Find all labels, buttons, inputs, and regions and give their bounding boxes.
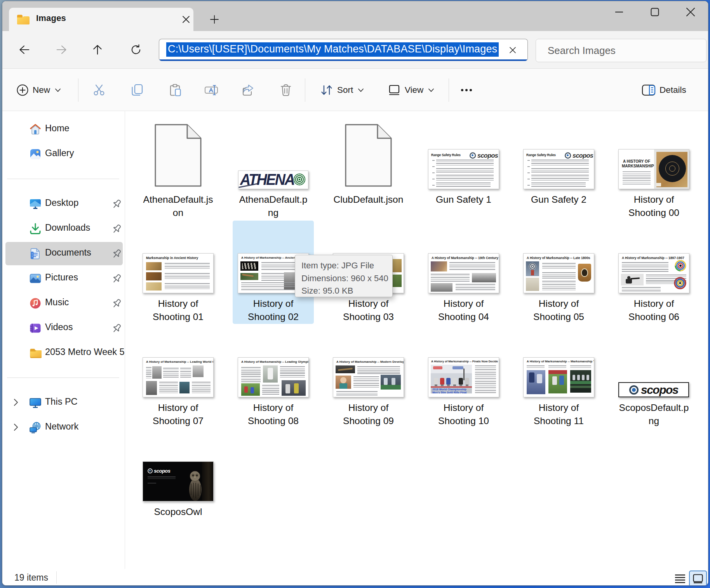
- search-input[interactable]: Search Images: [536, 39, 707, 62]
- file-thumbnail: A History of Marksmanship -- 19th Centur…: [428, 253, 499, 293]
- medal-rings: [674, 277, 686, 289]
- file-name-label: History ofShooting 03: [321, 297, 416, 323]
- file-name-label: History ofShooting 00: [606, 193, 701, 219]
- title-bar: Images: [2, 1, 708, 31]
- sidebar-item-label: Videos: [45, 322, 73, 332]
- file-name-label: Gun Safety 1: [416, 193, 511, 206]
- sidebar-item-desktop[interactable]: Desktop: [2, 191, 125, 216]
- pictures-icon: [29, 272, 42, 285]
- videos-icon: [29, 322, 42, 334]
- file-tile[interactable]: ATHENAAthenaDefault.png: [233, 117, 314, 220]
- file-name-label: History ofShooting 10: [416, 401, 511, 427]
- sidebar-item-gallery[interactable]: Gallery: [2, 142, 125, 167]
- tab-images[interactable]: Images: [9, 8, 193, 31]
- forward-button[interactable]: [52, 40, 71, 59]
- file-thumbnail: A HISTORY OF MARKSMANSHIP: [618, 149, 689, 189]
- sidebar: HomeGalleryDesktopDownloadsDocumentsPict…: [2, 111, 125, 569]
- delete-button[interactable]: [275, 79, 297, 101]
- file-tile[interactable]: Range Safety RulesscoposGun Safety 1: [423, 117, 504, 220]
- folder-icon: [17, 14, 30, 25]
- thumbnail-slide-title: Range Safety Rules: [526, 153, 556, 157]
- close-button[interactable]: [678, 3, 703, 21]
- file-name-label: History ofShooting 06: [606, 297, 701, 323]
- file-tile[interactable]: A History of Marksmanship -- Marksmanshi…: [518, 325, 599, 428]
- paste-button[interactable]: [164, 79, 186, 101]
- sidebar-divider[interactable]: [125, 111, 125, 570]
- tab-close-icon[interactable]: [178, 11, 195, 28]
- home-icon: [29, 123, 42, 136]
- up-button[interactable]: [88, 40, 107, 59]
- large-thumbnails-view-button[interactable]: [689, 571, 707, 586]
- file-name-label: History ofShooting 11: [511, 401, 606, 427]
- search-placeholder: Search Images: [548, 45, 616, 57]
- cut-icon: [93, 84, 106, 97]
- file-tile[interactable]: AthenaDefault.json: [137, 117, 219, 220]
- file-tile[interactable]: scoposScoposDefault.png: [613, 325, 694, 428]
- address-text: C:\Users\[USER]\Documents\My Matches\DAT…: [166, 42, 499, 57]
- file-tile[interactable]: A History of Marksmanship -- Modern Deve…: [328, 325, 409, 428]
- sidebar-item-label: This PC: [45, 397, 78, 407]
- sidebar-item-label: Pictures: [45, 272, 78, 283]
- file-name-label: ClubDefault.json: [321, 193, 416, 206]
- file-tile[interactable]: Range Safety RulesscoposGun Safety 2: [518, 117, 599, 220]
- tooltip: Item type: JPG FileDimensions: 960 x 540…: [295, 255, 393, 297]
- file-tile[interactable]: scoposScoposOwl: [137, 429, 219, 532]
- more-options-button[interactable]: [456, 79, 477, 101]
- file-tile[interactable]: A HISTORY OF MARKSMANSHIPHistory ofShoot…: [613, 117, 694, 220]
- scopos-logo: scopos: [148, 468, 171, 474]
- file-tile[interactable]: A History of Marksmanship -- 19th Centur…: [423, 221, 504, 324]
- chevron-down-icon: [357, 86, 365, 94]
- file-tile[interactable]: A History of Marksmanship -- Leading Wor…: [137, 325, 219, 428]
- scopos-logo: scopos: [470, 152, 498, 159]
- owl-photo: [186, 470, 203, 500]
- details-panel-icon: [642, 84, 656, 96]
- chevron-right-icon[interactable]: [12, 423, 19, 433]
- file-tile[interactable]: A History of Marksmanship -- Late 1800sH…: [518, 221, 599, 324]
- sidebar-item-music[interactable]: Music: [2, 291, 125, 316]
- sidebar-item-pictures[interactable]: Pictures: [2, 266, 125, 291]
- details-view-button[interactable]: [672, 571, 688, 586]
- details-pane-button[interactable]: Details: [639, 79, 689, 101]
- thumbnail-slide-title: A History of Marksmanship -- Marksmanshi…: [527, 360, 594, 363]
- sidebar-item-label: Music: [45, 297, 69, 308]
- pin-icon: [112, 248, 122, 261]
- new-button[interactable]: New: [14, 79, 64, 101]
- sidebar-item-this-pc[interactable]: This PC: [2, 390, 125, 415]
- sort-button[interactable]: Sort: [318, 79, 367, 101]
- pin-icon: [112, 223, 122, 236]
- file-thumbnail: A History of Marksmanship -- Leading Wor…: [143, 357, 214, 397]
- maximize-button[interactable]: [642, 3, 667, 21]
- pin-icon: [112, 298, 122, 310]
- status-bar: 19 items: [2, 569, 708, 586]
- file-tile[interactable]: A History of Marksmanship -- Finals Now …: [423, 325, 504, 428]
- command-toolbar: NewSortViewDetails: [2, 69, 708, 111]
- sidebar-item-downloads[interactable]: Downloads: [2, 216, 125, 241]
- sidebar-item-videos[interactable]: Videos: [2, 316, 125, 341]
- file-tile[interactable]: ClubDefault.json: [328, 117, 409, 220]
- tab-title: Images: [36, 13, 66, 23]
- refresh-button[interactable]: [127, 40, 145, 59]
- view-button[interactable]: View: [385, 79, 437, 101]
- file-tile[interactable]: A History of Marksmanship -- Leading Oly…: [233, 325, 314, 428]
- sidebar-item-home[interactable]: Home: [2, 117, 125, 142]
- documents-icon: [29, 247, 42, 260]
- minimize-button[interactable]: [607, 3, 632, 21]
- address-clear-icon[interactable]: [504, 42, 521, 58]
- cut-button[interactable]: [89, 79, 110, 101]
- file-name-label: History ofShooting 04: [416, 297, 511, 323]
- folder-icon: [29, 347, 42, 359]
- new-tab-button[interactable]: [206, 11, 223, 28]
- sidebar-item-2053-metro-week-5[interactable]: 2053 Metro Week 5: [2, 341, 125, 365]
- file-tile[interactable]: A History of Marksmanship -- 1897-1907Hi…: [613, 221, 694, 324]
- share-button[interactable]: [237, 79, 259, 101]
- chevron-down-icon: [427, 86, 435, 94]
- rename-button[interactable]: [200, 79, 222, 101]
- doc-icon: [344, 123, 393, 188]
- address-bar[interactable]: C:\Users\[USER]\Documents\My Matches\DAT…: [159, 39, 528, 61]
- file-tile[interactable]: Marksmanship in Ancient HistoryHistory o…: [137, 221, 219, 324]
- sidebar-item-documents[interactable]: Documents: [2, 241, 125, 266]
- chevron-right-icon[interactable]: [12, 398, 19, 408]
- copy-button[interactable]: [126, 79, 148, 101]
- sidebar-item-network[interactable]: Network: [2, 415, 125, 440]
- back-button[interactable]: [15, 40, 33, 59]
